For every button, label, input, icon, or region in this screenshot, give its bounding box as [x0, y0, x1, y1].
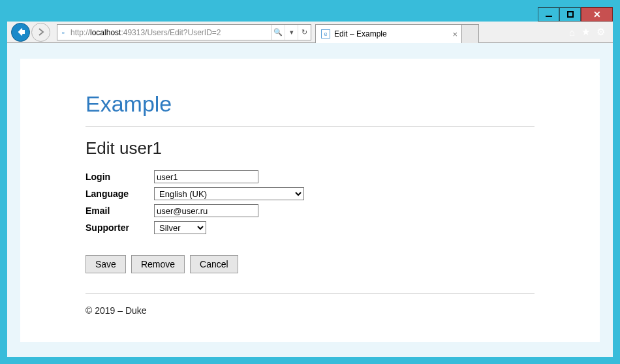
- refresh-button[interactable]: ↻: [298, 25, 311, 40]
- search-caret-icon[interactable]: ▾: [285, 25, 298, 40]
- url-scheme: http://: [70, 28, 90, 37]
- browser-tab[interactable]: e Edit – Example ×: [315, 24, 462, 43]
- email-input[interactable]: [154, 204, 258, 217]
- address-bar[interactable]: ▫ http://localhost:49313/Users/Edit?User…: [57, 24, 311, 40]
- page-footer: © 2019 – Duke: [85, 305, 535, 316]
- page-heading: Edit user1: [85, 138, 535, 159]
- url-path: :49313/Users/Edit?UserID=2: [121, 28, 221, 37]
- email-label: Email: [85, 205, 154, 216]
- language-label: Language: [85, 189, 154, 199]
- nav-forward-button[interactable]: [31, 23, 50, 42]
- maximize-icon: [567, 11, 574, 18]
- url-host: localhost: [90, 28, 121, 37]
- tab-title: Edit – Example: [334, 29, 387, 38]
- window-minimize-button[interactable]: [538, 7, 559, 22]
- browser-toolbar: ▫ http://localhost:49313/Users/Edit?User…: [7, 22, 613, 43]
- login-label: Login: [85, 172, 154, 182]
- arrow-left-icon: [16, 27, 26, 37]
- remove-button[interactable]: Remove: [131, 255, 185, 273]
- supporter-select[interactable]: Silver: [154, 221, 206, 234]
- language-select[interactable]: English (UK): [154, 187, 304, 200]
- cancel-button[interactable]: Cancel: [190, 255, 238, 273]
- url-text: http://localhost:49313/Users/Edit?UserID…: [69, 28, 271, 37]
- page-favicon-icon: ▫: [57, 28, 69, 37]
- tab-close-button[interactable]: ×: [452, 29, 457, 39]
- close-icon: ✕: [593, 9, 601, 20]
- search-dropdown-icon[interactable]: 🔍: [271, 25, 285, 40]
- page-viewport: Example Edit user1 Login Language Englis…: [7, 43, 613, 357]
- login-input[interactable]: [154, 170, 258, 183]
- save-button[interactable]: Save: [85, 255, 126, 273]
- site-brand[interactable]: Example: [85, 91, 535, 127]
- home-icon[interactable]: ⌂: [569, 27, 575, 38]
- new-tab-button[interactable]: [462, 24, 479, 43]
- nav-back-button[interactable]: [11, 23, 30, 42]
- window-close-button[interactable]: ✕: [581, 7, 613, 22]
- favorites-icon[interactable]: ★: [581, 26, 590, 38]
- minimize-icon: [546, 16, 552, 17]
- tab-favicon-icon: e: [321, 29, 330, 38]
- arrow-right-icon: [37, 28, 45, 36]
- window-maximize-button[interactable]: [559, 7, 581, 22]
- settings-gear-icon[interactable]: ⚙: [597, 26, 605, 38]
- supporter-label: Supporter: [85, 222, 154, 233]
